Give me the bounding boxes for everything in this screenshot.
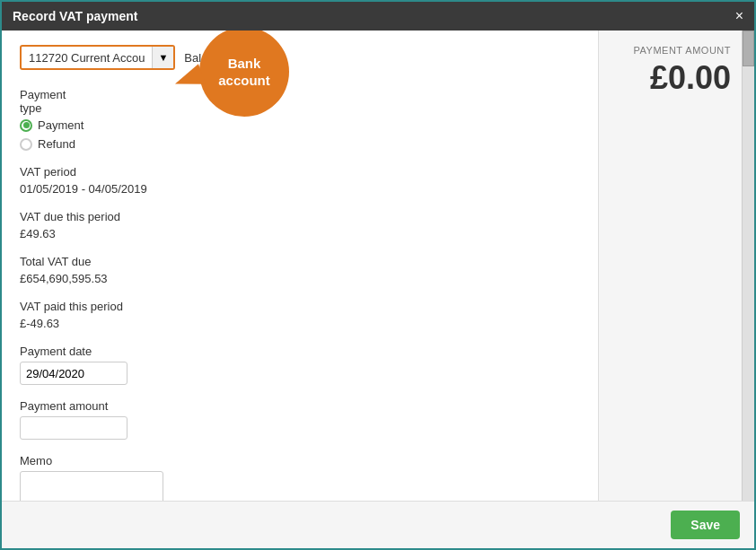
vat-period-label: VAT period	[20, 165, 580, 179]
vat-paid-period-group: VAT paid this period £-49.63	[20, 300, 580, 330]
memo-label: Memo	[20, 454, 580, 467]
right-panel: PAYMENT AMOUNT £0.00	[598, 31, 742, 501]
record-vat-payment-dialog: Record VAT payment × 112720 Current Acco…	[0, 0, 756, 550]
vat-due-period-value: £49.63	[20, 227, 580, 240]
vat-due-period-label: VAT due this period	[20, 210, 580, 223]
total-vat-due-value: £654,690,595.53	[20, 272, 580, 285]
dialog-body: 112720 Current Accou ▼ Balance £-97.76 B…	[2, 31, 754, 501]
radio-refund-circle	[20, 138, 32, 151]
callout-text: Bankaccount	[218, 55, 270, 90]
payment-type-group: Paymenttype Payment Refund	[20, 88, 580, 151]
radio-payment[interactable]: Payment	[20, 118, 580, 132]
payment-date-input[interactable]	[20, 362, 127, 385]
close-button[interactable]: ×	[735, 9, 743, 23]
scrollbar-track[interactable]	[742, 31, 754, 501]
bank-account-dropdown[interactable]: 112720 Current Accou ▼	[20, 45, 175, 70]
payment-type-radio-group: Payment Refund	[20, 118, 580, 151]
total-vat-due-label: Total VAT due	[20, 255, 580, 268]
radio-payment-label: Payment	[38, 118, 84, 132]
radio-payment-dot	[23, 122, 30, 128]
radio-refund[interactable]: Refund	[20, 137, 580, 151]
vat-paid-period-label: VAT paid this period	[20, 300, 580, 313]
payment-date-label: Payment date	[20, 345, 580, 358]
payment-amount-value: £0.00	[650, 59, 731, 97]
payment-amount-input[interactable]	[20, 416, 127, 440]
vat-period-value: 01/05/2019 - 04/05/2019	[20, 182, 580, 196]
save-button[interactable]: Save	[671, 511, 740, 539]
payment-type-label: Paymenttype	[20, 88, 580, 115]
payment-amount-label: PAYMENT AMOUNT	[634, 45, 731, 56]
bank-account-value: 112720 Current Accou	[22, 51, 152, 65]
bank-account-callout: Bankaccount	[199, 31, 289, 117]
radio-payment-circle	[20, 119, 32, 132]
vat-period-group: VAT period 01/05/2019 - 04/05/2019	[20, 165, 580, 196]
total-vat-due-group: Total VAT due £654,690,595.53	[20, 255, 580, 285]
radio-refund-label: Refund	[38, 137, 75, 151]
payment-amount-field-label: Payment amount	[20, 399, 580, 413]
bank-row: 112720 Current Accou ▼ Balance £-97.76 B…	[20, 45, 580, 70]
dropdown-arrow-icon[interactable]: ▼	[152, 47, 173, 68]
vat-paid-period-value: £-49.63	[20, 317, 580, 330]
memo-input[interactable]	[20, 471, 163, 501]
payment-amount-field-group: Payment amount	[20, 399, 580, 440]
dialog-title-bar: Record VAT payment ×	[2, 2, 754, 31]
dialog-title: Record VAT payment	[13, 9, 138, 23]
scrollbar-thumb[interactable]	[743, 31, 754, 66]
payment-date-group: Payment date	[20, 345, 580, 385]
dialog-footer: Save	[2, 501, 754, 548]
memo-group: Memo	[20, 454, 580, 501]
vat-due-period-group: VAT due this period £49.63	[20, 210, 580, 240]
main-content: 112720 Current Accou ▼ Balance £-97.76 B…	[2, 31, 598, 501]
